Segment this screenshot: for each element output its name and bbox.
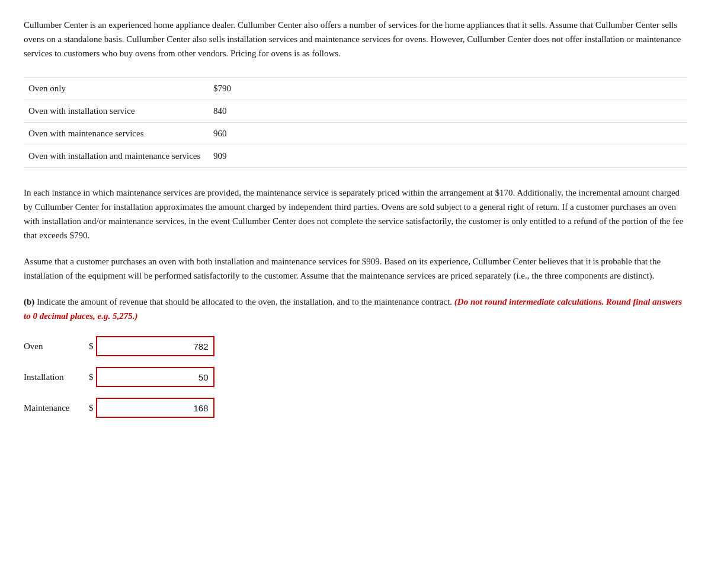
intro-paragraph: Cullumber Center is an experienced home … [24,18,687,60]
input-section: Oven$Installation$Maintenance$ [24,336,687,418]
answer-input-installation[interactable] [96,367,214,387]
input-label: Oven [24,341,89,351]
pricing-row: Oven with installation and maintenance s… [24,145,687,168]
pricing-table: Oven only$790Oven with installation serv… [24,77,687,168]
input-label: Installation [24,372,89,382]
question-bold: (b) [24,297,34,306]
second-paragraph: Assume that a customer purchases an oven… [24,254,687,283]
pricing-row: Oven with installation service840 [24,100,687,123]
pricing-label: Oven with installation service [24,106,213,116]
pricing-value: 960 [213,129,249,139]
answer-input-oven[interactable] [96,336,214,356]
pricing-label: Oven with maintenance services [24,129,213,139]
question-normal: Indicate the amount of revenue that shou… [34,297,454,306]
input-row: Oven$ [24,336,687,356]
pricing-row: Oven only$790 [24,77,687,100]
input-row: Installation$ [24,367,687,387]
dollar-sign: $ [89,341,94,351]
input-label: Maintenance [24,403,89,413]
input-row: Maintenance$ [24,398,687,418]
question-paragraph: (b) Indicate the amount of revenue that … [24,295,687,323]
dollar-sign: $ [89,372,94,382]
answer-input-maintenance[interactable] [96,398,214,418]
dollar-sign: $ [89,403,94,413]
middle-paragraph: In each instance in which maintenance se… [24,186,687,242]
pricing-row: Oven with maintenance services960 [24,123,687,145]
pricing-value: $790 [213,84,249,94]
pricing-value: 840 [213,106,249,116]
pricing-value: 909 [213,151,249,161]
pricing-label: Oven only [24,84,213,94]
pricing-label: Oven with installation and maintenance s… [24,151,213,161]
